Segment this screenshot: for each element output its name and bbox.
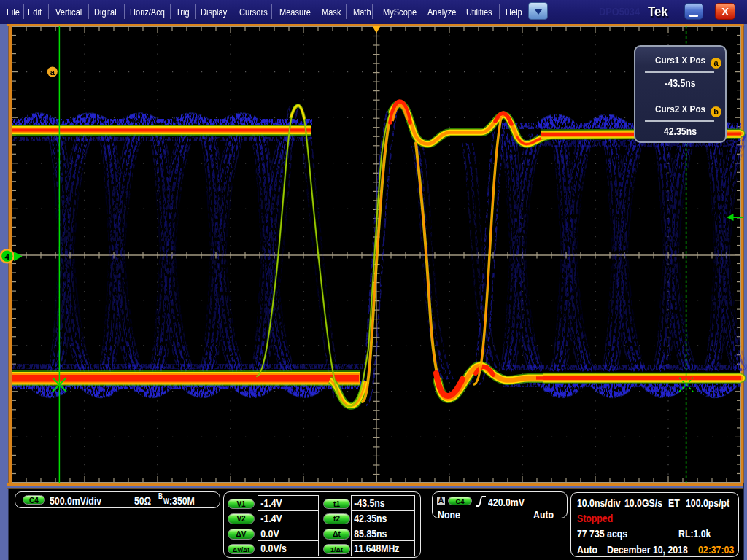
svg-text:a: a: [50, 68, 55, 77]
svg-text:4: 4: [5, 251, 10, 262]
